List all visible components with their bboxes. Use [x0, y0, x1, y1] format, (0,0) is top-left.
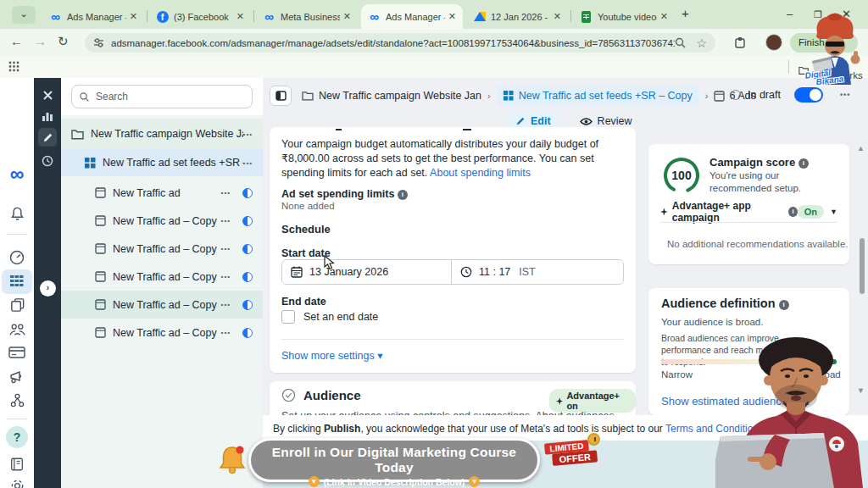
new-tab-button[interactable]: + [682, 6, 689, 20]
breadcrumb-campaign[interactable]: New Traffic campaign Website Jan [319, 90, 481, 102]
browser-tab[interactable]: ∞ Meta Business Sui... ✕ [256, 4, 358, 29]
pages-stack-icon[interactable] [7, 295, 27, 315]
browser-tab[interactable]: f (3) Facebook ✕ [149, 4, 251, 29]
audience-broad-line: Your audience is broad. [661, 317, 763, 327]
window-minimize-button[interactable]: – [787, 8, 793, 20]
sheets-favicon [580, 10, 593, 23]
breadcrumb-adset-selected[interactable]: New Traffic ad set feeds +SR – Copy [497, 86, 699, 106]
tab-close-icon[interactable]: ✕ [660, 11, 668, 22]
tab-search-caret[interactable]: ⌄ [12, 6, 36, 24]
clipped-heading-fragment [463, 129, 471, 130]
campaigns-table-icon[interactable] [7, 271, 27, 291]
info-icon[interactable]: i [798, 158, 809, 169]
draft-toggle[interactable] [794, 87, 823, 103]
end-date-row: Set an end date [281, 310, 378, 324]
settings-gear-icon[interactable] [7, 475, 27, 488]
reports-book-icon[interactable] [7, 454, 27, 474]
narrow-label: Narrow [661, 369, 693, 380]
sidebar-item-ad[interactable]: New Traffic ad – Copy ••• [61, 319, 263, 347]
offer-clock-icon [587, 433, 600, 446]
charts-bar-icon[interactable] [38, 106, 57, 125]
mouse-cursor [323, 255, 335, 270]
info-icon[interactable]: i [779, 300, 789, 310]
dashboard-gauge-icon[interactable] [7, 247, 27, 268]
more-menu-icon[interactable]: ••• [221, 273, 231, 280]
billing-card-icon[interactable] [7, 342, 27, 363]
more-menu-icon[interactable]: ••• [221, 217, 231, 225]
campaign-score-title: Campaign score i [709, 156, 809, 169]
folder-icon [302, 91, 314, 101]
extensions-icon[interactable] [734, 37, 746, 49]
tab-close-icon[interactable]: ✕ [554, 11, 561, 22]
search-input[interactable]: Search [71, 85, 253, 108]
tab-close-icon[interactable]: ✕ [130, 11, 137, 22]
profile-avatar[interactable] [765, 34, 782, 51]
more-menu-icon[interactable]: ••• [243, 159, 253, 167]
budget-description: Your campaign budget automatically distr… [281, 137, 624, 180]
sidebar-item-ad[interactable]: New Traffic ad – Copy ••• [61, 207, 263, 235]
close-x-icon[interactable] [38, 86, 57, 104]
sidebar-item-ad[interactable]: New Traffic ad – Copy ••• [61, 235, 263, 263]
address-bar[interactable]: adsmanager.facebook.com/adsmanager/manag… [85, 33, 715, 53]
notifications-bell-icon[interactable] [7, 203, 27, 224]
info-icon[interactable]: i [398, 190, 408, 200]
tab-close-icon[interactable]: ✕ [343, 11, 351, 22]
rail-divider [7, 419, 27, 419]
meta-logo: ∞ [7, 164, 27, 184]
tab-close-icon[interactable]: ✕ [448, 11, 456, 22]
browser-tab[interactable]: Youtube videos co... ✕ [573, 4, 675, 29]
about-spending-limits-link[interactable]: About spending limits [430, 167, 531, 179]
history-clock-icon[interactable] [38, 152, 57, 170]
edit-pencil-icon[interactable] [38, 128, 57, 147]
expand-arrow-button[interactable]: › [40, 280, 56, 297]
campaign-sidebar: Search New Traffic campaign Website Jan … [61, 78, 263, 488]
more-menu-icon[interactable]: ••• [221, 189, 231, 197]
sidebar-item-ad-highlighted[interactable]: New Traffic ad – Copy ••• [61, 291, 263, 319]
header-more-menu-icon[interactable]: ••• [840, 91, 850, 99]
collapse-sidebar-button[interactable] [270, 86, 292, 106]
bookmark-star-icon[interactable]: ☆ [696, 36, 707, 50]
spending-limits-title: Ad set spending limits i [281, 188, 408, 200]
browser-tab[interactable]: ∞ Ads Manager - M... ✕ [42, 4, 144, 29]
more-menu-icon[interactable]: ••• [221, 301, 231, 308]
course-promo-banner: Enroll in Our Digital Marketing Course T… [248, 438, 540, 482]
tab-close-icon[interactable]: ✕ [236, 11, 244, 22]
assets-network-icon[interactable] [7, 390, 27, 410]
start-time-input[interactable]: 11 : 17 IST [452, 260, 544, 284]
show-more-settings-link[interactable]: Show more settings ▾ [281, 349, 383, 362]
start-time-value: 11 : 17 [479, 266, 510, 278]
apps-grid-icon[interactable] [8, 61, 19, 72]
reload-button[interactable]: ↻ [58, 34, 69, 49]
sidebar-item-ad[interactable]: New Traffic ad – Copy ••• [61, 263, 263, 291]
promote-megaphone-icon[interactable] [7, 367, 27, 387]
draft-status-icon [242, 244, 253, 254]
banner-bell-icon [217, 444, 248, 476]
scrollbar-thumb[interactable] [860, 238, 865, 294]
card-divider [660, 222, 837, 223]
more-menu-icon[interactable]: ••• [243, 130, 253, 138]
more-menu-icon[interactable]: ••• [221, 329, 231, 336]
draft-status-icon [242, 272, 253, 282]
end-date-checkbox[interactable] [281, 310, 295, 324]
forward-button[interactable]: → [34, 34, 47, 48]
advantage-app-campaign-row[interactable]: Advantage+ app campaign i On ▼ [660, 200, 837, 224]
site-settings-icon[interactable] [93, 37, 104, 48]
info-icon[interactable]: i [788, 207, 798, 217]
more-menu-icon[interactable]: ••• [221, 245, 231, 252]
zoom-magnifier-icon[interactable] [675, 37, 686, 48]
back-button[interactable]: ← [10, 34, 23, 48]
help-question-icon[interactable]: ? [6, 426, 28, 448]
audiences-people-icon[interactable] [7, 319, 27, 339]
start-date-input[interactable]: 13 January 2026 [282, 260, 452, 284]
banner-headline: Enroll in Our Digital Marketing Course T… [251, 445, 537, 475]
chevron-down-icon[interactable]: ▼ [830, 208, 837, 216]
ad-frame-icon [95, 187, 106, 198]
browser-tab-active[interactable]: ∞ Ads Manager - M... ✕ [361, 4, 463, 29]
browser-tab[interactable]: 12 Jan 2026 - Goo... ✕ [466, 4, 568, 29]
rail-divider [7, 234, 27, 235]
sidebar-item-campaign[interactable]: New Traffic campaign Website Jan ••• [61, 119, 263, 149]
sidebar-item-ad[interactable]: New Traffic ad ••• [61, 179, 263, 207]
scrollbar-up-arrow[interactable]: ▲ [857, 144, 865, 152]
sidebar-item-adset-selected[interactable]: New Traffic ad set feeds +SR – C... ••• [61, 149, 263, 176]
campaign-score-card: 100 Campaign score i You're using our re… [648, 144, 849, 264]
